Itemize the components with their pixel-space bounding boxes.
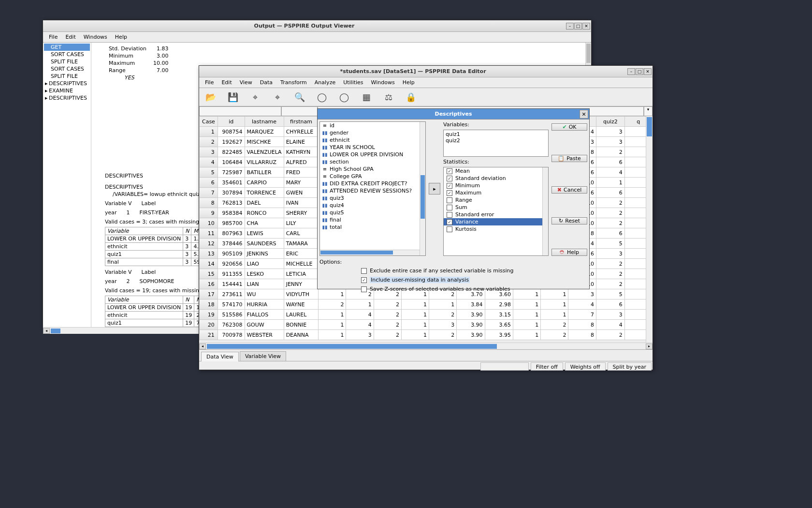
source-var-item[interactable]: ▮▮section: [320, 158, 425, 165]
insert-case-icon[interactable]: ◯: [315, 90, 329, 104]
menu-file[interactable]: File: [45, 33, 61, 41]
help-button[interactable]: ⛑Help: [551, 249, 587, 256]
close-button[interactable]: ✕: [582, 23, 590, 30]
selected-var[interactable]: quiz2: [446, 137, 546, 144]
source-var-item[interactable]: ▮▮DID EXTRA CREDIT PROJECT?: [320, 180, 425, 187]
checkbox-include-missing[interactable]: [361, 277, 367, 283]
statistics-list[interactable]: MeanStandard deviationMinimumMaximumRang…: [443, 167, 549, 256]
tree-item[interactable]: SPLIT FILE: [44, 73, 90, 80]
tree-item[interactable]: GET: [44, 44, 90, 51]
value: 1: [127, 209, 130, 216]
save-icon[interactable]: 💾: [226, 90, 240, 104]
editor-toolbar: 📂 💾 ⌖ ⌖ 🔍 ◯ ◯ ▦ ⚖ 🔒: [199, 88, 652, 106]
close-button[interactable]: ✕: [644, 68, 652, 75]
source-var-item[interactable]: ▮▮total: [320, 224, 425, 231]
checkbox-exclude[interactable]: [361, 268, 367, 274]
stat-checkbox[interactable]: [447, 168, 452, 174]
selected-variables-list[interactable]: quiz1 quiz2: [443, 130, 549, 157]
goto-case-icon[interactable]: ⌖: [248, 90, 262, 104]
stat-item[interactable]: Range: [444, 196, 548, 204]
value-labels-icon[interactable]: 🔒: [404, 90, 418, 104]
src-scroll-vertical[interactable]: [420, 122, 425, 255]
stat-checkbox[interactable]: [447, 190, 452, 196]
tree-item[interactable]: SORT CASES: [44, 51, 90, 58]
source-var-item[interactable]: ≡High School GPA: [320, 165, 425, 173]
find-icon[interactable]: 🔍: [293, 90, 306, 104]
minimize-button[interactable]: –: [627, 68, 635, 75]
checkbox-zscores[interactable]: [361, 286, 367, 292]
grid-scroll-vertical[interactable]: [646, 116, 652, 343]
source-var-item[interactable]: ≡id: [320, 122, 425, 129]
tree-item[interactable]: SPLIT FILE: [44, 58, 90, 65]
stat-item[interactable]: Variance: [444, 218, 548, 225]
tab-data-view[interactable]: Data View: [201, 352, 239, 361]
source-var-item[interactable]: ▮▮quiz4: [320, 202, 425, 209]
stat-checkbox[interactable]: [447, 176, 452, 181]
menu-help[interactable]: Help: [399, 78, 419, 87]
source-var-item[interactable]: ≡College GPA: [320, 173, 425, 180]
source-var-item[interactable]: ▮▮LOWER OR UPPER DIVISION: [320, 151, 425, 158]
menu-edit[interactable]: Edit: [218, 78, 235, 87]
tab-variable-view[interactable]: Variable View: [240, 351, 286, 361]
stat-checkbox[interactable]: [447, 197, 452, 203]
source-var-item[interactable]: ▮▮YEAR IN SCHOOL: [320, 144, 425, 151]
tree-item[interactable]: EXAMINE: [44, 87, 90, 94]
paste-button[interactable]: 📋Paste: [551, 155, 587, 162]
selected-var[interactable]: quiz1: [446, 131, 546, 137]
menu-utilities[interactable]: Utilities: [339, 78, 367, 87]
split-icon[interactable]: ▦: [360, 90, 373, 104]
minimize-button[interactable]: –: [566, 23, 574, 30]
dialog-close-button[interactable]: ✕: [580, 110, 588, 119]
reset-button[interactable]: ↻Reset: [551, 217, 587, 224]
goto-var-icon[interactable]: ⌖: [271, 90, 284, 104]
opt-zscores-label: Save Z-scores of selected variables as n…: [370, 286, 510, 292]
menu-windows[interactable]: Windows: [367, 78, 399, 87]
insert-var-icon[interactable]: ◯: [337, 90, 351, 104]
open-icon[interactable]: 📂: [204, 90, 218, 104]
menu-transform[interactable]: Transform: [276, 78, 311, 87]
source-var-item[interactable]: ▮▮quiz5: [320, 209, 425, 216]
stat-checkbox[interactable]: [447, 212, 452, 218]
stat-item[interactable]: Standard deviation: [444, 175, 548, 182]
source-var-item[interactable]: ▮▮final: [320, 216, 425, 224]
menu-file[interactable]: File: [201, 78, 218, 87]
source-variables-list[interactable]: ≡id▮▮gender▮▮ethnicit▮▮YEAR IN SCHOOL▮▮L…: [319, 121, 426, 256]
tree-item[interactable]: DESCRIPTIVES: [44, 80, 90, 87]
stat-item[interactable]: Standard error: [444, 211, 548, 218]
source-var-item[interactable]: ▮▮ATTENDED REVIEW SESSIONS?: [320, 187, 425, 194]
output-tree[interactable]: GET SORT CASES SPLIT FILE SORT CASES SPL…: [43, 43, 91, 327]
weight-icon[interactable]: ⚖: [382, 90, 395, 104]
source-var-item[interactable]: ▮▮gender: [320, 129, 425, 136]
stats-scroll-vertical[interactable]: [542, 167, 548, 255]
menu-data[interactable]: Data: [256, 78, 276, 87]
menu-view[interactable]: View: [236, 78, 256, 87]
stat-checkbox[interactable]: [447, 219, 452, 225]
tree-item[interactable]: DESCRIPTIVES: [44, 94, 90, 102]
menu-analyze[interactable]: Analyze: [311, 78, 339, 87]
menu-windows[interactable]: Windows: [80, 33, 111, 41]
stat-item[interactable]: Mean: [444, 167, 548, 175]
editor-titlebar[interactable]: *students.sav [DataSet1] — PSPPIRE Data …: [199, 66, 652, 77]
stat-item[interactable]: Maximum: [444, 189, 548, 196]
cancel-button[interactable]: ✖Cancel: [551, 186, 587, 194]
source-var-item[interactable]: ▮▮quiz3: [320, 194, 425, 202]
tree-item[interactable]: SORT CASES: [44, 65, 90, 73]
source-var-item[interactable]: ▮▮ethnicit: [320, 136, 425, 144]
stat-item[interactable]: Kurtosis: [444, 225, 548, 233]
move-right-button[interactable]: ▸: [429, 183, 440, 194]
menu-help[interactable]: Help: [111, 33, 131, 41]
status-split: Split by year: [608, 362, 652, 371]
stat-item[interactable]: Sum: [444, 204, 548, 211]
menu-edit[interactable]: Edit: [61, 33, 79, 41]
src-scroll-horizontal[interactable]: [320, 250, 420, 255]
stat-item[interactable]: Minimum: [444, 182, 548, 189]
output-titlebar[interactable]: Output — PSPPIRE Output Viewer – □ ✕: [43, 20, 591, 32]
stat-checkbox[interactable]: [447, 226, 452, 232]
maximize-button[interactable]: □: [574, 23, 582, 30]
stat-checkbox[interactable]: [447, 183, 452, 189]
grid-scroll-horizontal[interactable]: ◂▸: [199, 343, 652, 349]
maximize-button[interactable]: □: [636, 68, 643, 75]
ok-button[interactable]: ✔OK: [551, 123, 587, 131]
value: 2: [127, 278, 130, 284]
stat-checkbox[interactable]: [447, 205, 452, 210]
